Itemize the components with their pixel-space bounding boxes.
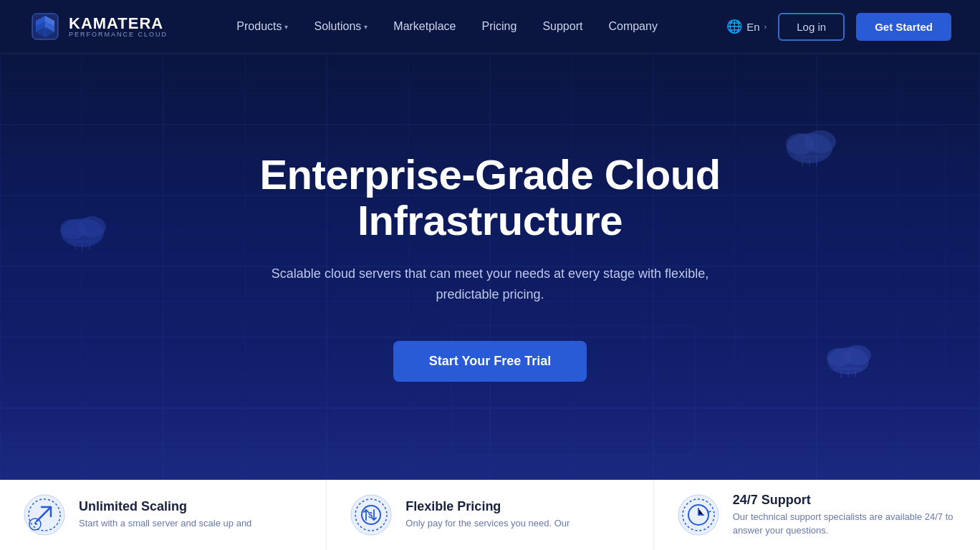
lang-label: En [746,21,759,33]
pricing-icon: $ [350,494,392,536]
hero-subtitle: Scalable cloud servers that can meet you… [239,264,741,305]
feature-scaling: Unlimited Scaling Start with a small ser… [0,480,327,550]
svg-rect-52 [834,367,863,370]
nav-products-arrow: ▾ [284,23,288,31]
navbar-actions: 🌐 En › Log in Get Started [726,13,951,41]
language-selector[interactable]: 🌐 En › [726,19,767,34]
svg-point-56 [24,495,64,535]
logo-area: KAMATERA PERFORMANCE CLOUD [29,10,168,43]
support-desc: Our technical support specialists are av… [733,511,957,536]
nav-solutions[interactable]: Solutions ▾ [304,14,378,39]
hero-content: Enterprise-Grade Cloud Infrastructure Sc… [168,152,812,381]
nav-products-label: Products [236,20,282,33]
brand-name: KAMATERA [69,16,168,32]
svg-point-51 [844,345,871,365]
nav-products[interactable]: Products ▾ [226,14,298,39]
scaling-icon-wrap [23,493,66,536]
svg-point-50 [827,348,851,367]
logo-text: KAMATERA PERFORMANCE CLOUD [69,16,168,38]
support-icon [678,494,719,536]
support-text: 24/7 Support Our technical support speci… [733,493,957,536]
cloud-decoration-bottom-right [824,340,873,381]
nav-support[interactable]: Support [532,14,592,39]
support-icon-wrap [677,493,720,536]
nav-company[interactable]: Company [598,14,667,39]
feature-support: 24/7 Support Our technical support speci… [654,480,980,550]
svg-point-37 [77,216,106,238]
brand-sub: PERFORMANCE CLOUD [69,32,168,38]
get-started-button[interactable]: Get Started [856,13,951,41]
svg-point-49 [827,347,869,375]
nav-solutions-label: Solutions [314,20,361,33]
nav-support-label: Support [542,20,582,33]
hero-section: Enterprise-Grade Cloud Infrastructure Sc… [0,54,980,480]
scaling-text: Unlimited Scaling Start with a small ser… [79,499,251,530]
login-button[interactable]: Log in [778,13,845,41]
lang-arrow: › [764,22,767,31]
nav-marketplace[interactable]: Marketplace [383,14,466,39]
cloud-decoration-left [57,211,107,254]
pricing-title: Flexible Pricing [405,499,570,514]
support-title: 24/7 Support [733,493,957,508]
svg-rect-38 [68,240,97,243]
pricing-text: Flexible Pricing Only pay for the servic… [405,499,570,530]
svg-point-44 [804,130,836,153]
scaling-desc: Start with a small server and scale up a… [79,517,251,530]
logo-icon [29,10,62,43]
pricing-icon-wrap: $ [350,493,393,536]
pricing-desc: Only pay for the services you need. Our [405,517,570,530]
nav-pricing[interactable]: Pricing [471,14,527,39]
nav-pricing-label: Pricing [481,20,517,33]
scaling-title: Unlimited Scaling [79,499,251,514]
nav-solutions-arrow: ▾ [364,23,368,31]
svg-point-36 [60,219,86,239]
nav-items: Products ▾ Solutions ▾ Marketplace Prici… [226,14,668,39]
nav-company-label: Company [608,20,657,33]
nav-marketplace-label: Marketplace [393,20,456,33]
navbar: KAMATERA PERFORMANCE CLOUD Products ▾ So… [0,0,980,54]
globe-icon: 🌐 [726,19,742,34]
svg-text:$: $ [368,511,373,519]
features-section: Unlimited Scaling Start with a small ser… [0,480,980,550]
svg-point-35 [61,218,104,247]
scaling-icon [24,494,65,536]
free-trial-button[interactable]: Start Your Free Trial [393,341,587,382]
hero-title: Enterprise-Grade Cloud Infrastructure [196,152,784,243]
feature-pricing: $ Flexible Pricing Only pay for the serv… [327,480,653,550]
